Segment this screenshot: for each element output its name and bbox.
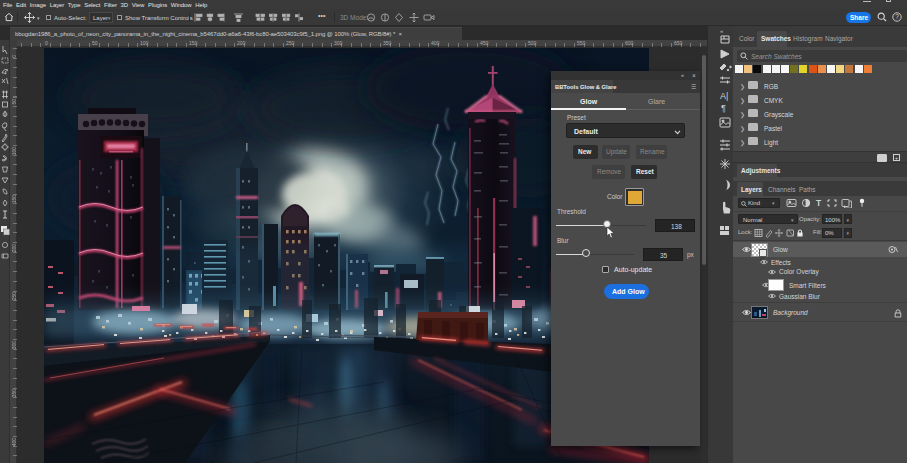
svg-text:¶: ¶	[721, 103, 726, 113]
svg-text:A|: A|	[720, 91, 728, 101]
svg-text:?: ?	[895, 13, 899, 20]
svg-text:T: T	[816, 198, 822, 208]
